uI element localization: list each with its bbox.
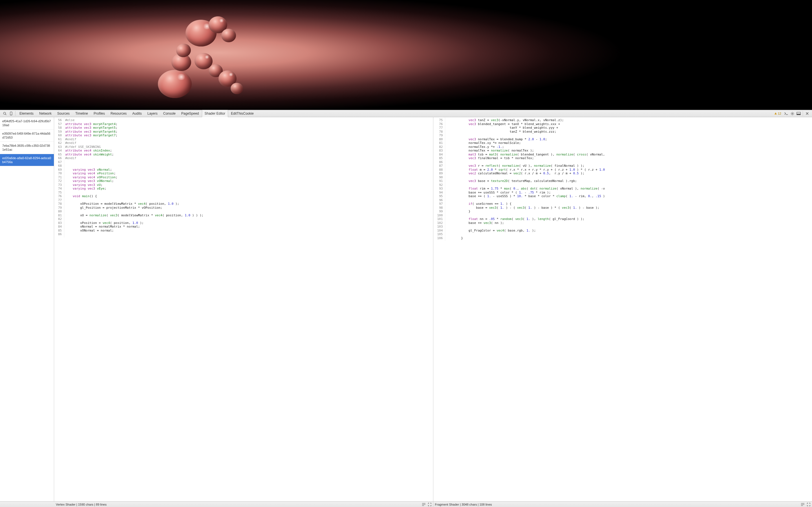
tab-pagespeed[interactable]: PageSpeed	[179, 110, 202, 117]
render-blob	[221, 29, 236, 42]
shader-program-item[interactable]: e35097ed-545f-649e-871a-44da56d72d53	[0, 129, 54, 142]
svg-point-7	[792, 113, 793, 114]
shader-program-item[interactable]: 7eba78b4-3835-c5fb-c350-02d7381e51ac	[0, 142, 54, 154]
settings-gear-icon[interactable]	[789, 111, 795, 116]
device-mode-icon[interactable]	[8, 111, 14, 116]
vertex-line-gutter: 56 57 58 59 60 61 62 63 64 65 66 67 68 6…	[54, 117, 64, 237]
inspect-element-icon[interactable]	[2, 111, 8, 116]
fragment-shader-editor[interactable]: 75 76 77 78 79 80 81 82 83 84 85 86 87 8…	[434, 117, 812, 501]
svg-line-13	[793, 114, 794, 115]
tab-shader-editor[interactable]: Shader Editor	[202, 110, 228, 117]
warnings-badge[interactable]: 12	[774, 112, 781, 115]
svg-point-0	[3, 112, 6, 114]
word-wrap-icon[interactable]	[801, 503, 805, 506]
close-devtools-icon[interactable]	[804, 111, 810, 116]
svg-line-15	[791, 114, 792, 115]
expand-icon[interactable]	[428, 503, 432, 506]
tab-layers[interactable]: Layers	[145, 110, 160, 117]
devtools-toolbar: ElementsNetworkSourcesTimelineProfilesRe…	[0, 110, 812, 117]
vertex-code[interactable]: #else attribute vec3 morphTarget4; attri…	[64, 117, 203, 237]
shader-program-item[interactable]: ed20a6de-a8a0-62a8-8294-aebca0b4756a	[0, 154, 54, 166]
word-wrap-icon[interactable]	[422, 503, 426, 506]
svg-line-14	[793, 112, 794, 113]
svg-rect-5	[775, 114, 776, 114]
svg-point-3	[11, 114, 11, 115]
tab-profiles[interactable]: Profiles	[91, 110, 108, 117]
tab-resources[interactable]: Resources	[108, 110, 130, 117]
webgl-viewport[interactable]	[0, 0, 812, 110]
editor-status-bars: Vertex Shader | 1590 chars | 89 lines Fr…	[0, 501, 812, 507]
svg-line-12	[791, 112, 792, 113]
tab-network[interactable]: Network	[36, 110, 54, 117]
expand-icon[interactable]	[807, 503, 810, 506]
render-blob	[158, 70, 192, 98]
tab-sources[interactable]: Sources	[54, 110, 72, 117]
tab-audits[interactable]: Audits	[130, 110, 144, 117]
svg-rect-17	[797, 114, 800, 115]
fragment-line-gutter: 75 76 77 78 79 80 81 82 83 84 85 86 87 8…	[434, 117, 446, 241]
show-console-icon[interactable]	[783, 111, 789, 116]
warnings-count: 12	[778, 112, 781, 115]
fragment-status-text: Fragment Shader | 3048 chars | 108 lines	[435, 503, 492, 506]
fragment-code[interactable]: vec3 tanZ = vec3(-vNormal.y, vNormal.x, …	[445, 117, 605, 241]
dock-side-icon[interactable]	[795, 111, 802, 116]
tab-editthiscookie[interactable]: EditThisCookie	[228, 110, 257, 117]
render-blob	[231, 83, 243, 94]
shader-list-sidebar[interactable]: ef04df25-41a7-1d26-fc64-d2fcd5b718ade350…	[0, 117, 54, 501]
svg-rect-4	[775, 113, 776, 114]
tab-console[interactable]: Console	[160, 110, 179, 117]
shader-program-item[interactable]: ef04df25-41a7-1d26-fc64-d2fcd5b718ad	[0, 117, 54, 129]
devtools-tabs: ElementsNetworkSourcesTimelineProfilesRe…	[17, 110, 257, 117]
vertex-status-text: Vertex Shader | 1590 chars | 89 lines	[56, 503, 107, 506]
tab-elements[interactable]: Elements	[17, 110, 36, 117]
vertex-shader-editor[interactable]: 56 57 58 59 60 61 62 63 64 65 66 67 68 6…	[54, 117, 434, 501]
svg-line-1	[5, 114, 6, 115]
shader-editor-panel: ef04df25-41a7-1d26-fc64-d2fcd5b718ade350…	[0, 117, 812, 501]
tab-timeline[interactable]: Timeline	[72, 110, 91, 117]
